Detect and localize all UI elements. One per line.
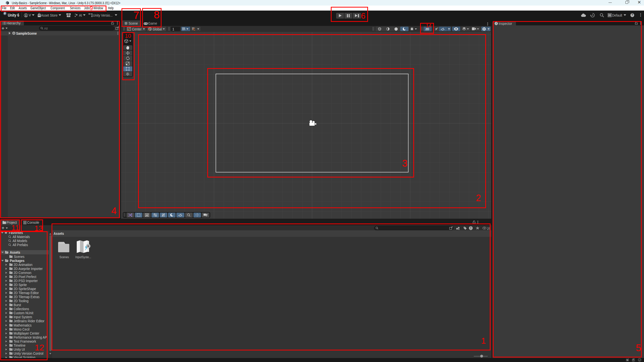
svg-text:Y: Y bbox=[184, 29, 185, 30]
